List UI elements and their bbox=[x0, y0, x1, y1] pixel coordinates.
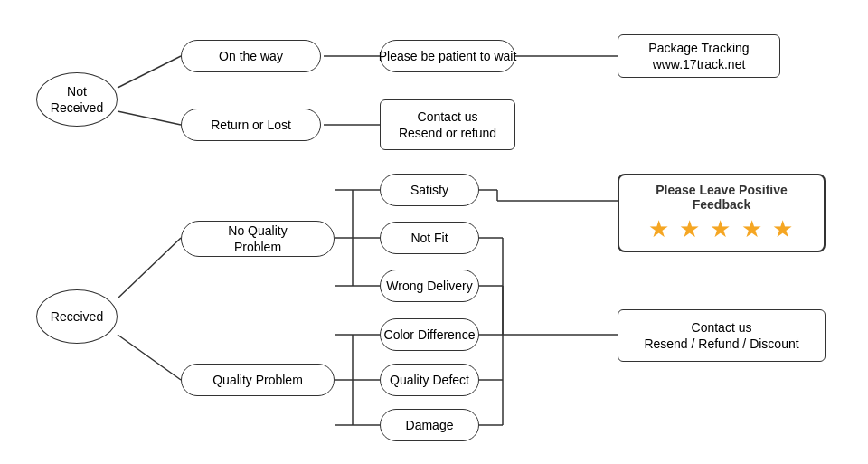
satisfy-label: Satisfy bbox=[410, 182, 448, 198]
received-label: Received bbox=[51, 308, 103, 325]
diagram: Not Received On the way Return or Lost P… bbox=[0, 0, 868, 464]
contact-resend-refund-node: Contact us Resend or refund bbox=[380, 99, 515, 150]
quality-defect-label: Quality Defect bbox=[390, 372, 469, 388]
contact-resend-refund-discount-label: Contact us Resend / Refund / Discount bbox=[644, 319, 798, 352]
wrong-delivery-node: Wrong Delivery bbox=[380, 270, 479, 302]
svg-line-0 bbox=[118, 56, 181, 88]
not-fit-node: Not Fit bbox=[380, 222, 479, 254]
not-fit-label: Not Fit bbox=[410, 230, 448, 246]
svg-line-6 bbox=[118, 335, 181, 380]
satisfy-node: Satisfy bbox=[380, 174, 479, 206]
package-tracking-node: Package Tracking www.17track.net bbox=[618, 34, 780, 78]
not-received-node: Not Received bbox=[36, 72, 118, 127]
on-the-way-label: On the way bbox=[219, 48, 283, 64]
not-received-label: Not Received bbox=[51, 83, 103, 116]
return-or-lost-label: Return or Lost bbox=[211, 117, 291, 133]
patient-label: Please be patient to wait bbox=[379, 48, 517, 64]
on-the-way-node: On the way bbox=[181, 40, 321, 72]
patient-node: Please be patient to wait bbox=[380, 40, 515, 72]
quality-defect-node: Quality Defect bbox=[380, 364, 479, 396]
package-tracking-label: Package Tracking www.17track.net bbox=[648, 40, 749, 72]
feedback-title: Please Leave Positive Feedback bbox=[632, 183, 811, 212]
no-quality-problem-label: No Quality Problem bbox=[228, 223, 287, 255]
contact-resend-refund-discount-node: Contact us Resend / Refund / Discount bbox=[618, 309, 826, 362]
damage-label: Damage bbox=[406, 417, 454, 433]
feedback-stars: ★ ★ ★ ★ ★ bbox=[632, 215, 811, 243]
svg-line-1 bbox=[118, 111, 181, 125]
damage-node: Damage bbox=[380, 409, 479, 441]
color-difference-label: Color Difference bbox=[384, 327, 476, 343]
color-difference-node: Color Difference bbox=[380, 318, 479, 351]
quality-problem-node: Quality Problem bbox=[181, 364, 335, 396]
svg-line-5 bbox=[118, 238, 181, 298]
return-or-lost-node: Return or Lost bbox=[181, 109, 321, 141]
received-node: Received bbox=[36, 289, 118, 344]
no-quality-problem-node: No Quality Problem bbox=[181, 221, 335, 257]
quality-problem-label: Quality Problem bbox=[212, 372, 303, 388]
wrong-delivery-label: Wrong Delivery bbox=[386, 278, 472, 294]
feedback-box: Please Leave Positive Feedback ★ ★ ★ ★ ★ bbox=[618, 174, 826, 252]
contact-resend-refund-label: Contact us Resend or refund bbox=[399, 109, 496, 141]
